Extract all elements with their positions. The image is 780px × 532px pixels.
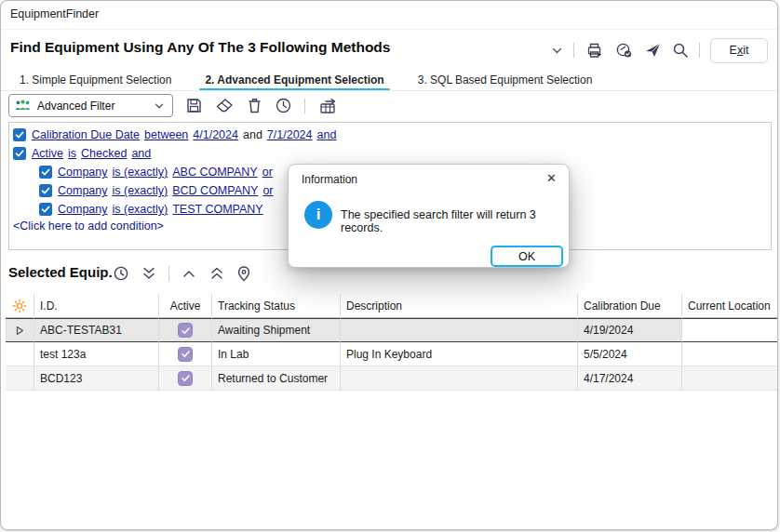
- tab-advanced-selection[interactable]: 2. Advanced Equipment Selection: [203, 73, 385, 91]
- search-icon[interactable]: [672, 42, 689, 59]
- table-row[interactable]: ABC-TESTAB31 Awaiting Shipment 4/19/2024: [6, 318, 778, 342]
- condition-value-link[interactable]: BCD COMPANY: [172, 184, 258, 197]
- column-header-calibration-due[interactable]: Calibration Due: [578, 294, 682, 318]
- active-checkbox[interactable]: [178, 371, 193, 386]
- table-row[interactable]: test 123a In Lab Plug In Keyboard 5/5/20…: [6, 342, 778, 366]
- cell-current-location: [682, 366, 778, 391]
- chevron-up-icon[interactable]: [181, 267, 197, 280]
- condition-field-link[interactable]: Company: [58, 184, 108, 197]
- condition-operator-link[interactable]: is (exactly): [113, 203, 168, 216]
- condition-row: Company is (exactly) BCD COMPANY or: [39, 182, 274, 199]
- cell-description: Plug In Keyboard: [341, 342, 578, 366]
- filter-select-value: Advanced Filter: [37, 100, 147, 113]
- condition-conjunction-link[interactable]: or: [262, 184, 273, 197]
- column-header-active[interactable]: Active: [159, 294, 212, 318]
- page-title: Find Equipment Using Any Of The 3 Follow…: [10, 39, 390, 56]
- condition-operator-link[interactable]: is (exactly): [113, 184, 168, 197]
- exit-label: E: [730, 44, 737, 57]
- condition-conjunction-link[interactable]: or: [262, 166, 273, 179]
- condition-conjunction-link[interactable]: and: [131, 147, 151, 160]
- add-condition-link[interactable]: <Click here to add condition>: [13, 219, 164, 233]
- print-icon[interactable]: [585, 41, 604, 60]
- window-title: EquipmentFinder: [10, 7, 99, 20]
- condition-value-link[interactable]: ABC COMPANY: [172, 166, 257, 179]
- table-row[interactable]: BCD123 Returned to Customer 4/17/2024: [6, 366, 778, 391]
- cell-description: [341, 366, 578, 391]
- condition-conjunction: and: [243, 128, 262, 141]
- column-header-description[interactable]: Description: [341, 294, 578, 318]
- condition-checkbox[interactable]: [39, 184, 52, 197]
- condition-operator-link[interactable]: is: [68, 147, 76, 160]
- condition-operator-link[interactable]: is (exactly): [113, 166, 168, 179]
- trash-icon[interactable]: [247, 97, 262, 114]
- double-chevron-down-icon[interactable]: [141, 265, 157, 282]
- grid-header-row: I.D. Active Tracking Status Description …: [6, 294, 778, 318]
- close-icon[interactable]: ✕: [546, 171, 557, 186]
- row-selector[interactable]: [6, 366, 34, 391]
- row-selector[interactable]: [6, 342, 34, 366]
- condition-value-link[interactable]: 7/1/2024: [267, 128, 313, 141]
- cell-id: BCD123: [34, 366, 159, 391]
- exit-button[interactable]: Exit: [710, 38, 768, 63]
- history-icon[interactable]: [275, 97, 292, 114]
- information-dialog: Information ✕ i The specified search fil…: [288, 164, 570, 268]
- condition-field-link[interactable]: Company: [58, 166, 108, 179]
- equipment-grid: I.D. Active Tracking Status Description …: [6, 294, 778, 391]
- results-toolbar: [113, 264, 251, 283]
- row-selector[interactable]: [6, 318, 34, 342]
- history-icon[interactable]: [113, 265, 129, 282]
- save-icon[interactable]: [185, 97, 203, 114]
- condition-conjunction-link[interactable]: and: [317, 128, 337, 141]
- column-config-button[interactable]: [6, 294, 34, 318]
- condition-value-link[interactable]: Checked: [81, 147, 127, 160]
- send-to-grid-icon[interactable]: [317, 97, 339, 115]
- header-toolbar: Exit: [551, 36, 768, 64]
- tab-bar: 1. Simple Equipment Selection 2. Advance…: [18, 73, 594, 91]
- tab-bar-underline: [1, 90, 777, 91]
- location-pin-icon[interactable]: [236, 265, 251, 283]
- active-checkbox[interactable]: [178, 347, 193, 362]
- condition-row: Company is (exactly) ABC COMPANY or: [39, 164, 273, 180]
- cell-description: [341, 318, 578, 342]
- cell-current-location: [682, 342, 778, 366]
- active-checkbox[interactable]: [178, 323, 193, 338]
- send-icon[interactable]: [644, 42, 662, 59]
- column-header-current-location[interactable]: Current Location: [682, 294, 778, 318]
- separator: [168, 266, 169, 281]
- filter-select[interactable]: Advanced Filter: [8, 94, 173, 117]
- sun-icon: [12, 299, 27, 313]
- tab-sql-selection[interactable]: 3. SQL Based Equipment Selection: [416, 73, 595, 91]
- separator: [304, 99, 305, 113]
- condition-checkbox[interactable]: [13, 128, 26, 141]
- condition-checkbox[interactable]: [13, 147, 26, 160]
- separator: [573, 43, 574, 58]
- cell-active: [159, 366, 212, 391]
- equipment-finder-window: EquipmentFinder Find Equipment Using Any…: [0, 0, 778, 530]
- condition-checkbox[interactable]: [39, 166, 52, 179]
- chevron-down-icon[interactable]: [551, 45, 563, 57]
- verify-icon[interactable]: [614, 41, 634, 60]
- eraser-icon[interactable]: [215, 97, 235, 114]
- condition-field-link[interactable]: Calibration Due Date: [32, 128, 140, 141]
- condition-field-link[interactable]: Active: [32, 147, 63, 160]
- column-header-tracking-status[interactable]: Tracking Status: [212, 294, 341, 318]
- column-header-id[interactable]: I.D.: [34, 294, 159, 318]
- tab-simple-selection[interactable]: 1. Simple Equipment Selection: [18, 73, 173, 91]
- condition-row: Company is (exactly) TEST COMPANY: [39, 201, 263, 218]
- condition-field-link[interactable]: Company: [58, 203, 108, 216]
- ok-button[interactable]: OK: [491, 246, 563, 267]
- cell-tracking-status: In Lab: [212, 342, 341, 366]
- condition-value-link[interactable]: 4/1/2024: [193, 128, 238, 141]
- row-current-triangle-icon: [16, 326, 24, 336]
- chevron-down-icon: [154, 100, 165, 112]
- cell-tracking-status: Awaiting Shipment: [212, 318, 341, 342]
- condition-checkbox[interactable]: [39, 203, 52, 216]
- double-chevron-up-icon[interactable]: [208, 265, 225, 282]
- title-separator: [1, 29, 777, 30]
- cell-calibration-due: 4/19/2024: [578, 318, 682, 342]
- condition-operator-link[interactable]: between: [144, 128, 188, 141]
- condition-value-link[interactable]: TEST COMPANY: [172, 203, 262, 216]
- people-group-icon: [15, 99, 31, 113]
- condition-row: Calibration Due Date between 4/1/2024 an…: [13, 126, 336, 143]
- cell-calibration-due: 5/5/2024: [578, 342, 682, 366]
